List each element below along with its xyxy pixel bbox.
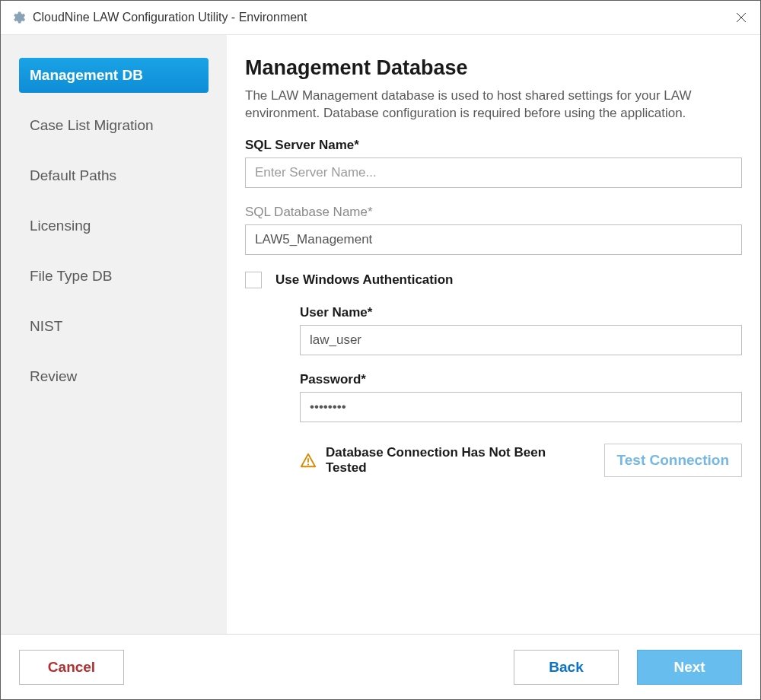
sql-db-input[interactable] xyxy=(245,224,742,255)
titlebar: CloudNine LAW Configuration Utility - En… xyxy=(1,1,760,35)
field-sql-server: SQL Server Name* xyxy=(245,138,742,188)
sidebar-item-case-list-migration[interactable]: Case List Migration xyxy=(19,108,209,143)
sidebar-item-nist[interactable]: NIST xyxy=(19,309,209,344)
page-title: Management Database xyxy=(245,56,742,80)
status-text: Database Connection Has Not Been Tested xyxy=(326,445,589,476)
body: Management DB Case List Migration Defaul… xyxy=(1,35,760,634)
sidebar-item-default-paths[interactable]: Default Paths xyxy=(19,158,209,193)
username-label: User Name* xyxy=(300,305,742,320)
next-button[interactable]: Next xyxy=(637,650,742,685)
password-label: Password* xyxy=(300,372,742,387)
status-row: Database Connection Has Not Been Tested … xyxy=(300,444,742,477)
main-panel: Management Database The LAW Management d… xyxy=(227,35,760,634)
footer: Cancel Back Next xyxy=(1,634,760,699)
page-description: The LAW Management database is used to h… xyxy=(245,88,742,123)
windows-auth-label: Use Windows Authentication xyxy=(275,272,453,288)
gear-icon xyxy=(10,9,27,26)
warning-icon xyxy=(300,452,317,469)
username-input[interactable] xyxy=(300,325,742,355)
sql-server-label: SQL Server Name* xyxy=(245,138,742,153)
auth-block: User Name* Password* Databas xyxy=(300,305,742,477)
close-icon xyxy=(736,12,747,23)
windows-auth-row: Use Windows Authentication xyxy=(245,272,742,288)
field-password: Password* xyxy=(300,372,742,422)
svg-point-3 xyxy=(307,463,309,465)
field-sql-db: SQL Database Name* xyxy=(245,205,742,255)
password-input[interactable] xyxy=(300,392,742,422)
sidebar-item-licensing[interactable]: Licensing xyxy=(19,208,209,243)
test-connection-button[interactable]: Test Connection xyxy=(604,444,742,477)
window: CloudNine LAW Configuration Utility - En… xyxy=(0,0,761,700)
sql-server-input[interactable] xyxy=(245,158,742,188)
cancel-button[interactable]: Cancel xyxy=(19,650,124,685)
sql-db-label: SQL Database Name* xyxy=(245,205,742,220)
sidebar-item-review[interactable]: Review xyxy=(19,359,209,394)
close-button[interactable] xyxy=(722,1,760,34)
sidebar-item-file-type-db[interactable]: File Type DB xyxy=(19,259,209,294)
field-username: User Name* xyxy=(300,305,742,355)
window-title: CloudNine LAW Configuration Utility - En… xyxy=(33,11,722,24)
sidebar-item-management-db[interactable]: Management DB xyxy=(19,58,209,93)
windows-auth-checkbox[interactable] xyxy=(245,272,262,288)
sidebar: Management DB Case List Migration Defaul… xyxy=(1,35,227,634)
back-button[interactable]: Back xyxy=(514,650,619,685)
